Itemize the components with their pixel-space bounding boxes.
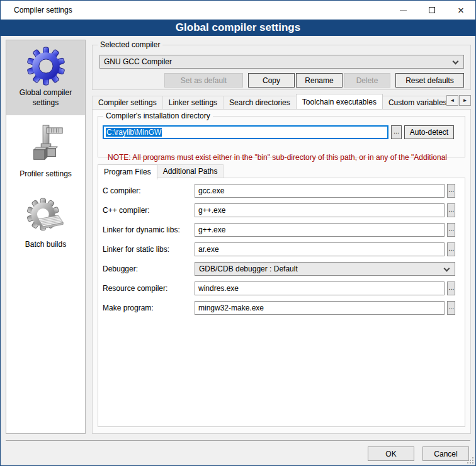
ok-button[interactable]: OK bbox=[368, 446, 414, 461]
cpp-compiler-browse-button[interactable]: ... bbox=[447, 203, 455, 217]
tab-additional-paths[interactable]: Additional Paths bbox=[157, 164, 224, 178]
delete-button: Delete bbox=[344, 73, 390, 88]
tab-linker-settings[interactable]: Linker settings bbox=[162, 96, 224, 109]
debugger-label: Debugger: bbox=[103, 264, 195, 273]
sidebar-item-label: Batch builds bbox=[9, 240, 82, 250]
close-icon: × bbox=[458, 5, 464, 16]
tab-program-files[interactable]: Program Files bbox=[98, 164, 157, 179]
tab-search-directories[interactable]: Search directories bbox=[223, 96, 297, 109]
arrow-right-icon: ► bbox=[463, 98, 468, 103]
window-title: Compiler settings bbox=[1, 6, 72, 14]
installation-directory-input[interactable]: C:\raylib\MinGW bbox=[103, 125, 388, 139]
tab-toolchain-executables[interactable]: Toolchain executables bbox=[296, 94, 383, 109]
caliper-icon bbox=[26, 124, 65, 167]
sidebar-item-global-compiler-settings[interactable]: Global compiler settings bbox=[6, 40, 85, 115]
resource-compiler-input[interactable] bbox=[195, 281, 445, 295]
field-row-static-linker: Linker for static libs: ... bbox=[103, 242, 455, 256]
set-as-default-button: Set as default bbox=[164, 73, 243, 88]
program-files-panel: C compiler: ... C++ compiler: ... Linker… bbox=[98, 178, 465, 427]
field-row-cpp-compiler: C++ compiler: ... bbox=[103, 203, 455, 217]
selected-compiler-group: Selected compiler GNU GCC Compiler Set a… bbox=[92, 45, 471, 90]
dialog-header: Global compiler settings bbox=[1, 20, 475, 36]
footer-separator bbox=[6, 440, 470, 441]
field-row-debugger: Debugger: GDB/CDB debugger : Default bbox=[103, 262, 455, 276]
reset-defaults-button[interactable]: Reset defaults bbox=[395, 73, 464, 88]
c-compiler-browse-button[interactable]: ... bbox=[447, 184, 455, 198]
window-controls: × bbox=[388, 1, 475, 20]
gray-gear-stack-icon bbox=[26, 197, 65, 237]
settings-category-sidebar: Global compiler settings Profiler s bbox=[6, 40, 86, 434]
make-program-label: Make program: bbox=[103, 304, 195, 312]
chevron-down-icon bbox=[444, 266, 450, 272]
minimize-icon bbox=[400, 10, 407, 11]
dynamic-linker-input[interactable] bbox=[195, 223, 445, 237]
resize-grip[interactable] bbox=[467, 457, 473, 463]
make-program-input[interactable] bbox=[195, 301, 445, 315]
sidebar-item-label: Profiler settings bbox=[9, 169, 82, 179]
dynamic-linker-browse-button[interactable]: ... bbox=[447, 223, 455, 237]
titlebar: Compiler settings × bbox=[1, 1, 475, 20]
debugger-value: GDB/CDB debugger : Default bbox=[199, 264, 298, 273]
bin-subdirectory-note: NOTE: All programs must exist either in … bbox=[108, 153, 465, 162]
tab-scroll-right-button[interactable]: ► bbox=[459, 95, 471, 106]
cancel-button[interactable]: Cancel bbox=[422, 446, 469, 461]
make-program-browse-button[interactable]: ... bbox=[447, 301, 455, 315]
debugger-dropdown[interactable]: GDB/CDB debugger : Default bbox=[195, 262, 455, 276]
c-compiler-label: C compiler: bbox=[103, 186, 195, 195]
compiler-settings-dialog: Compiler settings × Global compiler sett… bbox=[0, 0, 476, 466]
static-linker-input[interactable] bbox=[195, 242, 445, 256]
c-compiler-input[interactable] bbox=[195, 184, 445, 198]
maximize-button[interactable] bbox=[417, 1, 446, 20]
resource-compiler-browse-button[interactable]: ... bbox=[447, 281, 455, 295]
maximize-icon bbox=[429, 7, 435, 13]
chevron-down-icon bbox=[453, 59, 459, 65]
blue-gear-icon bbox=[26, 47, 65, 86]
minimize-button bbox=[388, 1, 417, 20]
cpp-compiler-input[interactable] bbox=[195, 203, 445, 217]
arrow-left-icon: ◄ bbox=[450, 98, 455, 103]
selected-compiler-dropdown[interactable]: GNU GCC Compiler bbox=[99, 55, 464, 69]
rename-button[interactable]: Rename bbox=[296, 73, 343, 88]
tab-scroll-left-button[interactable]: ◄ bbox=[446, 95, 458, 106]
dynamic-linker-label: Linker for dynamic libs: bbox=[103, 225, 195, 234]
static-linker-label: Linker for static libs: bbox=[103, 245, 195, 254]
resource-compiler-label: Resource compiler: bbox=[103, 284, 195, 293]
selected-compiler-group-label: Selected compiler bbox=[98, 40, 162, 49]
installation-directory-group: Compiler's installation directory C:\ray… bbox=[98, 116, 465, 157]
sidebar-item-profiler-settings[interactable]: Profiler settings bbox=[6, 118, 85, 187]
field-row-dynamic-linker: Linker for dynamic libs: ... bbox=[103, 223, 455, 237]
field-row-resource-compiler: Resource compiler: ... bbox=[103, 281, 455, 295]
installation-directory-row: C:\raylib\MinGW ... Auto-detect bbox=[103, 125, 454, 139]
installation-directory-selected-text: C:\raylib\MinGW bbox=[106, 128, 162, 137]
field-row-c-compiler: C compiler: ... bbox=[103, 184, 455, 198]
static-linker-browse-button[interactable]: ... bbox=[447, 242, 455, 256]
close-button[interactable]: × bbox=[446, 1, 475, 20]
selected-compiler-value: GNU GCC Compiler bbox=[104, 57, 172, 66]
tabs-strip: Compiler settings Linker settings Search… bbox=[92, 93, 446, 109]
installation-directory-group-label: Compiler's installation directory bbox=[103, 111, 213, 120]
tab-custom-variables[interactable]: Custom variables bbox=[382, 96, 446, 109]
field-row-make-program: Make program: ... bbox=[103, 301, 455, 315]
auto-detect-button[interactable]: Auto-detect bbox=[404, 125, 454, 139]
tab-compiler-settings[interactable]: Compiler settings bbox=[92, 96, 163, 109]
sidebar-item-label: Global compiler settings bbox=[9, 88, 82, 108]
copy-button[interactable]: Copy bbox=[248, 73, 295, 88]
sidebar-item-batch-builds[interactable]: Batch builds bbox=[6, 191, 85, 258]
cpp-compiler-label: C++ compiler: bbox=[103, 206, 195, 215]
installation-directory-browse-button[interactable]: ... bbox=[391, 125, 402, 139]
compiler-buttons-row: Set as default Copy Rename Delete Reset … bbox=[164, 73, 464, 88]
settings-tabbar: Compiler settings Linker settings Search… bbox=[92, 94, 471, 109]
toolchain-executables-panel: Compiler's installation directory C:\ray… bbox=[92, 109, 471, 434]
program-files-tabbar: Program Files Additional Paths bbox=[98, 163, 223, 178]
